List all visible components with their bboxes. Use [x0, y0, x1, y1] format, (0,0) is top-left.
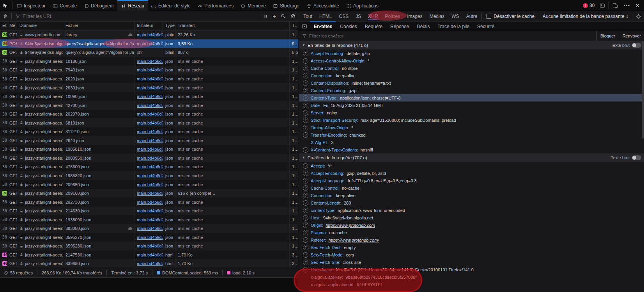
initiator-link[interactable]: main.bd4b6d75.j… [137, 156, 163, 160]
details-tab-delais[interactable]: Délais [413, 21, 433, 31]
block-url-button[interactable]: Bloquer [596, 31, 619, 41]
column-header-t[interactable]: T… [290, 21, 298, 30]
clear-requests-button[interactable] [0, 14, 11, 19]
help-icon[interactable]: ? [303, 237, 308, 243]
help-icon[interactable]: ? [303, 80, 308, 86]
help-icon[interactable]: ? [303, 267, 308, 272]
help-icon[interactable]: ? [303, 171, 308, 176]
raw-toggle[interactable]: Texte brut [611, 155, 641, 160]
help-icon[interactable]: ? [303, 178, 308, 183]
table-row[interactable]: 304GETjazzy-starlight-aeea19.netli…2620.… [0, 75, 298, 84]
tab-reseau[interactable]: Réseau [117, 0, 147, 11]
column-header-domaine[interactable]: Domaine [17, 21, 63, 30]
help-icon[interactable]: ? [303, 193, 308, 198]
header-row[interactable]: ?Timing-Allow-Origin:* [299, 124, 644, 131]
details-tab-trace-de-la-pile[interactable]: Trace de la pile [433, 21, 473, 31]
initiator-link[interactable]: main.bd4b6d75.j… [137, 226, 163, 231]
help-icon[interactable]: ? [303, 252, 308, 258]
header-row[interactable]: ?Connection:keep-alive [299, 72, 644, 79]
search-button[interactable] [278, 14, 288, 19]
table-row[interactable]: 304GETjazzy-starlight-aeea19.netli…20965… [0, 180, 298, 189]
filter-css[interactable]: CSS [336, 11, 352, 21]
header-row[interactable]: ?Accept:*/* [299, 162, 644, 169]
request-headers-section[interactable]: ▼En-têtes de la requête (707 o)Texte bru… [299, 153, 644, 162]
initiator-link[interactable]: main.bd4b6d75.j… [137, 32, 163, 37]
throttling-select[interactable]: Aucune limitation de la bande passante ▲… [540, 14, 631, 19]
initiator-link[interactable]: main.bd4b6d75.j… [137, 59, 163, 64]
table-row[interactable]: 304GETjazzy-starlight-aeea19.netli…39308… [0, 224, 298, 233]
help-icon[interactable]: ? [303, 208, 308, 213]
help-icon[interactable]: ? [303, 132, 308, 138]
help-icon[interactable]: ? [303, 215, 308, 221]
tab-debogueur[interactable]: Débogueur [80, 0, 117, 11]
header-row[interactable]: ?Accept-Encoding:deflate, gzip [299, 50, 644, 57]
tab-console[interactable]: Console [49, 0, 80, 11]
header-row[interactable]: ?Referer:https://www.protondb.com/ [299, 236, 644, 244]
table-row[interactable]: 304GETjazzy-starlight-aeea19.netli…19380… [0, 215, 298, 224]
table-row[interactable]: 304GETjazzy-starlight-aeea19.netli…42700… [0, 101, 298, 110]
tab-performances[interactable]: Performances [194, 0, 237, 11]
block-requests-button[interactable] [288, 14, 298, 19]
header-row[interactable]: ?Content-Disposition:inline; filename=a.… [299, 79, 644, 87]
filter-xhr[interactable]: XHR [364, 11, 381, 21]
initiator-link[interactable]: main.bd4b6d75.j… [137, 182, 163, 187]
split-console-button[interactable] [597, 3, 608, 8]
toggle-details-pane-button[interactable] [299, 21, 310, 31]
header-row[interactable]: ?Strict-Transport-Security:max-age=31536… [299, 116, 644, 124]
initiator-link[interactable]: main.bd4b6d75.j… [137, 121, 163, 125]
help-icon[interactable]: ? [303, 223, 308, 228]
initiator-link[interactable]: main.bd4b6d75.j… [137, 173, 163, 178]
header-row[interactable]: ?Accept-Encoding:gzip, deflate, br, zstd [299, 169, 644, 177]
table-row[interactable]: 304GETjazzy-starlight-aeea19.netli…20009… [0, 154, 298, 163]
raw-toggle-switch[interactable] [632, 43, 641, 48]
details-scrollbar-thumb[interactable] [642, 41, 644, 139]
column-header-fichier[interactable]: Fichier [63, 21, 134, 30]
help-icon[interactable]: ? [303, 73, 308, 78]
initiator-link[interactable]: main.bd4b6d75.j… [137, 103, 163, 108]
header-row[interactable]: X-Alg-PT:3 [299, 139, 644, 146]
help-icon[interactable]: ? [303, 58, 308, 64]
initiator-link[interactable]: main.bd4b6d75.j… [137, 85, 163, 90]
help-icon[interactable]: ? [303, 185, 308, 191]
header-row[interactable]: ?Cache-Control:no-cache [299, 184, 644, 192]
column-header-initiateur[interactable]: Initiateur [134, 21, 163, 30]
close-devtools-button[interactable]: ✕ [633, 3, 642, 9]
table-row[interactable]: 304GETjazzy-starlight-aeea19.netli…35952… [0, 242, 298, 251]
disable-cache-control[interactable]: Désactiver le cache [483, 14, 538, 19]
header-row[interactable]: ?X-Content-Type-Options:nosniff [299, 146, 644, 153]
header-row[interactable]: ?Content-Encoding:gzip [299, 87, 644, 94]
details-tab-securite[interactable]: Sécurité [473, 21, 498, 31]
disable-cache-checkbox[interactable] [486, 14, 491, 19]
column-header-type[interactable]: Type [163, 21, 175, 30]
help-icon[interactable]: ? [303, 125, 308, 130]
details-tab-en-tetes[interactable]: En-têtes [310, 21, 336, 31]
initiator-link[interactable]: main.bd4b6d75.j… [137, 164, 163, 169]
header-row[interactable]: ?Connection:keep-alive [299, 192, 644, 199]
header-row[interactable]: ?Cache-Control:no-store [299, 64, 644, 72]
initiator-link[interactable]: main.bd4b6d75.j… [137, 235, 163, 240]
initiator-link[interactable]: main.bd4b6d75.j… [137, 41, 163, 46]
url-filter-input[interactable]: Filtrer les URL [12, 14, 262, 19]
help-icon[interactable]: ? [303, 260, 308, 265]
table-row[interactable]: 304GETjazzy-starlight-aeea19.netli…20297… [0, 110, 298, 119]
table-row[interactable]: 304GETjazzy-starlight-aeea19.netli…19858… [0, 145, 298, 154]
help-icon[interactable]: ? [303, 200, 308, 206]
headers-filter-input[interactable]: Filtrer les en-têtes [309, 34, 596, 38]
header-value-link[interactable]: https://www.protondb.com/ [329, 238, 379, 242]
initiator-link[interactable]: main.bd4b6d75.j… [137, 253, 163, 257]
initiator-link[interactable]: main.bd4b6d75.j… [137, 208, 163, 213]
network-settings-button[interactable] [633, 14, 644, 19]
tab-accessibilite[interactable]: Accessibilité [303, 0, 343, 11]
table-row[interactable]: 304GETjazzy-starlight-aeea19.netli…7940.… [0, 66, 298, 75]
details-tab-reponse[interactable]: Réponse [386, 21, 413, 31]
responsive-design-button[interactable] [610, 3, 621, 8]
table-row[interactable]: 200POST94he6yatei-dsn.algolia.netquery?x… [0, 39, 298, 48]
initiator-link[interactable]: main.bd4b6d75.j… [137, 68, 163, 72]
table-row[interactable]: 304GETjazzy-starlight-aeea19.netli…2630.… [0, 83, 298, 92]
header-row[interactable]: ?content-type:application/x-www-form-url… [299, 207, 644, 214]
initiator-link[interactable]: main.bd4b6d75.j… [137, 112, 163, 116]
table-row[interactable]: 304GETjazzy-starlight-aeea19.netli…10180… [0, 57, 298, 66]
help-icon[interactable]: ? [303, 110, 308, 116]
tab-stockage[interactable]: Stockage [269, 0, 303, 11]
table-row[interactable]: 404GETjazzy-starlight-aeea19.netli…33969… [0, 259, 298, 268]
